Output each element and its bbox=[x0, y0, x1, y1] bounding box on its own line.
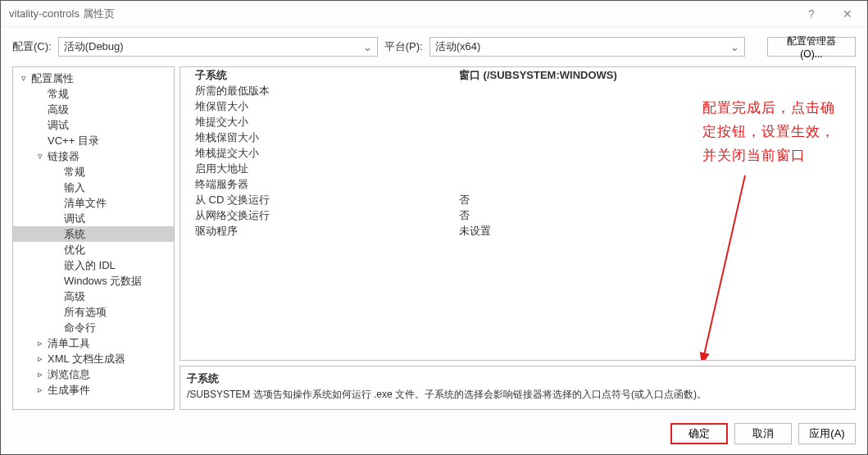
platform-label: 平台(P): bbox=[384, 39, 423, 54]
tree-item[interactable]: 输入 bbox=[13, 180, 174, 195]
property-value: 未设置 bbox=[459, 224, 855, 239]
property-value: 窗口 (/SUBSYSTEM:WINDOWS) bbox=[459, 68, 855, 83]
tree-expand-icon[interactable]: ▿ bbox=[34, 151, 46, 162]
tree-item[interactable]: ▹清单工具 bbox=[13, 335, 174, 351]
main-area: ▿配置属性常规高级调试VC++ 目录▿链接器常规输入清单文件调试系统优化嵌入的 … bbox=[1, 66, 867, 418]
tree-item-label: 浏览信息 bbox=[46, 367, 90, 382]
platform-value: 活动(x64) bbox=[435, 39, 481, 54]
config-row: 配置(C): 活动(Debug) ⌄ 平台(P): 活动(x64) ⌄ 配置管理… bbox=[1, 27, 867, 66]
tree-item[interactable]: ▹生成事件 bbox=[13, 382, 174, 398]
property-row[interactable]: 终端服务器 bbox=[180, 176, 855, 192]
tree-item-label: 生成事件 bbox=[46, 383, 90, 398]
property-key: 驱动程序 bbox=[180, 224, 459, 239]
right-column: 子系统窗口 (/SUBSYSTEM:WINDOWS)所需的最低版本堆保留大小堆提… bbox=[180, 66, 856, 410]
tree-item[interactable]: 优化 bbox=[13, 242, 174, 257]
tree-item[interactable]: 调试 bbox=[13, 211, 174, 226]
config-manager-button[interactable]: 配置管理器(O)... bbox=[767, 37, 856, 57]
apply-button[interactable]: 应用(A) bbox=[798, 423, 856, 444]
tree-item[interactable]: 所有选项 bbox=[13, 304, 174, 320]
property-key: 终端服务器 bbox=[180, 177, 459, 192]
tree-item-label: VC++ 目录 bbox=[46, 134, 99, 148]
close-icon: ✕ bbox=[843, 7, 852, 20]
tree-panel[interactable]: ▿配置属性常规高级调试VC++ 目录▿链接器常规输入清单文件调试系统优化嵌入的 … bbox=[12, 66, 175, 410]
tree-item-label: 清单工具 bbox=[46, 336, 90, 351]
tree-expand-icon[interactable]: ▿ bbox=[18, 73, 30, 84]
property-row[interactable]: 从网络交换运行否 bbox=[180, 207, 855, 223]
tree-expand-icon[interactable]: ▹ bbox=[34, 369, 46, 380]
config-label: 配置(C): bbox=[12, 39, 52, 54]
tree-item-label: 优化 bbox=[62, 243, 85, 257]
tree-item-label: 高级 bbox=[62, 289, 85, 304]
tree-expand-icon[interactable]: ▹ bbox=[34, 384, 46, 395]
tree-item-label: 系统 bbox=[62, 227, 85, 242]
window-title: vitality-controls 属性页 bbox=[9, 7, 793, 21]
property-key: 堆栈保留大小 bbox=[180, 130, 459, 145]
tree-item-label: 常规 bbox=[46, 87, 69, 102]
help-button[interactable]: ? bbox=[793, 2, 829, 26]
tree-item-label: 输入 bbox=[62, 180, 85, 195]
titlebar: vitality-controls 属性页 ? ✕ bbox=[1, 1, 867, 27]
tree-item-label: 配置属性 bbox=[30, 71, 74, 86]
property-key: 堆栈提交大小 bbox=[180, 146, 459, 161]
config-select[interactable]: 活动(Debug) ⌄ bbox=[58, 37, 378, 57]
tree-item[interactable]: ▹浏览信息 bbox=[13, 366, 174, 382]
tree-expand-icon[interactable]: ▹ bbox=[34, 338, 46, 348]
property-key: 堆保留大小 bbox=[180, 99, 459, 114]
platform-select[interactable]: 活动(x64) ⌄ bbox=[429, 37, 745, 57]
tree-item[interactable]: Windows 元数据 bbox=[13, 273, 174, 289]
config-value: 活动(Debug) bbox=[64, 39, 124, 54]
tree-item-label: XML 文档生成器 bbox=[46, 352, 125, 366]
tree-item[interactable]: ▿链接器 bbox=[13, 148, 174, 164]
property-row[interactable]: 驱动程序未设置 bbox=[180, 223, 855, 239]
property-value: 否 bbox=[459, 193, 855, 207]
tree-item[interactable]: 高级 bbox=[13, 102, 174, 117]
property-key: 子系统 bbox=[180, 68, 459, 83]
tree-item[interactable]: 高级 bbox=[13, 289, 174, 304]
tree-item-label: 命令行 bbox=[62, 321, 96, 335]
tree-item[interactable]: 清单文件 bbox=[13, 195, 174, 211]
tree-item-label: 常规 bbox=[62, 165, 85, 180]
property-page-window: vitality-controls 属性页 ? ✕ 配置(C): 活动(Debu… bbox=[0, 0, 868, 455]
annotation-text: 配置完成后，点击确 定按钮，设置生效， 并关闭当前窗口 bbox=[702, 97, 835, 168]
tree-item-label: 所有选项 bbox=[62, 305, 107, 320]
tree-item[interactable]: ▿配置属性 bbox=[13, 71, 174, 86]
description-body: /SUBSYSTEM 选项告知操作系统如何运行 .exe 文件。子系统的选择会影… bbox=[187, 388, 848, 402]
description-panel: 子系统 /SUBSYSTEM 选项告知操作系统如何运行 .exe 文件。子系统的… bbox=[180, 366, 856, 410]
ok-button[interactable]: 确定 bbox=[670, 423, 728, 444]
tree-item-label: Windows 元数据 bbox=[62, 274, 142, 289]
tree-item-label: 调试 bbox=[46, 118, 69, 133]
cancel-button[interactable]: 取消 bbox=[734, 423, 792, 444]
tree-item-label: 嵌入的 IDL bbox=[62, 258, 116, 273]
tree-item[interactable]: 系统 bbox=[13, 226, 174, 242]
description-title: 子系统 bbox=[187, 371, 848, 386]
close-button[interactable]: ✕ bbox=[829, 2, 866, 26]
tree-expand-icon[interactable]: ▹ bbox=[34, 353, 46, 364]
tree-item[interactable]: 常规 bbox=[13, 164, 174, 180]
tree-item[interactable]: VC++ 目录 bbox=[13, 133, 174, 148]
property-key: 从网络交换运行 bbox=[180, 208, 459, 223]
property-grid[interactable]: 子系统窗口 (/SUBSYSTEM:WINDOWS)所需的最低版本堆保留大小堆提… bbox=[180, 66, 856, 361]
chevron-down-icon: ⌄ bbox=[363, 41, 372, 53]
tree-item[interactable]: 常规 bbox=[13, 86, 174, 102]
property-key: 所需的最低版本 bbox=[180, 84, 459, 98]
property-key: 堆提交大小 bbox=[180, 115, 459, 130]
property-key: 从 CD 交换运行 bbox=[180, 193, 459, 207]
property-key: 启用大地址 bbox=[180, 162, 459, 176]
property-row[interactable]: 从 CD 交换运行否 bbox=[180, 192, 855, 207]
tree-item[interactable]: 命令行 bbox=[13, 320, 174, 335]
property-value: 否 bbox=[459, 208, 855, 223]
tree-item[interactable]: 嵌入的 IDL bbox=[13, 257, 174, 273]
tree-item[interactable]: 调试 bbox=[13, 117, 174, 133]
tree-item-label: 调试 bbox=[62, 212, 85, 226]
tree-item-label: 清单文件 bbox=[62, 196, 107, 211]
chevron-down-icon: ⌄ bbox=[730, 41, 739, 53]
tree-item-label: 链接器 bbox=[46, 149, 80, 164]
tree-item[interactable]: ▹XML 文档生成器 bbox=[13, 351, 174, 366]
dialog-buttons: 确定 取消 应用(A) bbox=[1, 418, 867, 454]
property-row[interactable]: 子系统窗口 (/SUBSYSTEM:WINDOWS) bbox=[180, 67, 855, 83]
tree-item-label: 高级 bbox=[46, 102, 69, 117]
